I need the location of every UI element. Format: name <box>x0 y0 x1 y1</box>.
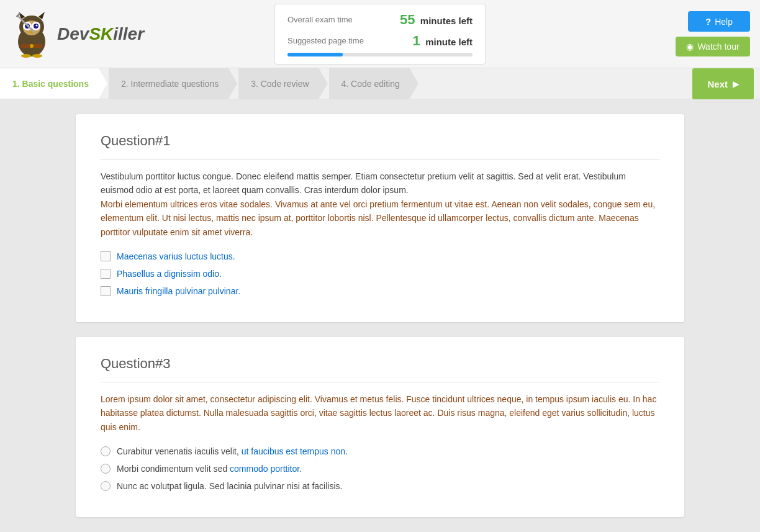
q1-option-3-label: Mauris fringilla pulvinar pulvinar. <box>117 286 240 296</box>
tab-code-editing[interactable]: 4. Code editing <box>329 68 418 99</box>
next-button[interactable]: Next ▶ <box>692 68 754 99</box>
page-value: 1 minute left <box>413 33 473 49</box>
svg-point-13 <box>30 44 34 48</box>
q1-option-1-label: Maecenas varius luctus luctus. <box>117 251 235 261</box>
q1-option-1[interactable]: Maecenas varius luctus luctus. <box>101 251 659 261</box>
q1-option-2-label: Phasellus a dignissim odio. <box>117 269 222 279</box>
progress-fill <box>287 53 343 56</box>
svg-point-15 <box>32 54 42 58</box>
question-1-title: Question#1 <box>101 133 659 160</box>
svg-point-14 <box>21 54 31 58</box>
header-actions: ? Help ◉ Watch tour <box>676 11 750 56</box>
tab-basic-questions[interactable]: 1. Basic questions <box>0 68 107 99</box>
question-3-title: Question#3 <box>101 356 659 382</box>
tab-navigation: 1. Basic questions 2. Intermediate quest… <box>0 68 760 99</box>
q3-option-2[interactable]: Morbi condimentum velit sed commodo port… <box>101 464 659 474</box>
question-mark-icon: ? <box>705 16 711 27</box>
logo-area: DevSKiller <box>10 9 171 59</box>
question-3-text: Lorem ipsum dolor sit amet, consectetur … <box>101 392 659 434</box>
tab-code-review[interactable]: 3. Code review <box>238 68 327 99</box>
checkbox-icon[interactable] <box>101 251 111 261</box>
overall-value: 55 minutes left <box>400 12 473 28</box>
checkbox-icon[interactable] <box>101 286 111 296</box>
progress-bar <box>287 53 473 56</box>
q3-option-3-label: Nunc ac volutpat ligula. Sed lacinia pul… <box>117 481 342 491</box>
main-content: Question#1 Vestibulum porttitor luctus c… <box>0 99 760 532</box>
checkbox-icon[interactable] <box>101 269 111 279</box>
eye-icon: ◉ <box>686 42 694 52</box>
header: DevSKiller Overall exam time 55 minutes … <box>0 0 760 68</box>
question-card-1: Question#1 Vestibulum porttitor luctus c… <box>76 114 684 322</box>
watch-tour-button[interactable]: ◉ Watch tour <box>676 37 750 56</box>
owl-logo-icon <box>10 9 53 59</box>
arrow-right-icon: ▶ <box>733 79 739 89</box>
help-button[interactable]: ? Help <box>688 11 750 32</box>
q3-option-2-label: Morbi condimentum velit sed commodo port… <box>117 464 302 474</box>
radio-icon[interactable] <box>101 481 111 491</box>
tab-spacer <box>420 68 687 99</box>
question-1-text: Vestibulum porttitor luctus congue. Done… <box>101 169 659 239</box>
radio-icon[interactable] <box>101 464 111 474</box>
q3-option-1-label: Curabitur venenatis iaculis velit, ut fa… <box>117 446 348 456</box>
page-label: Suggested page time <box>287 36 364 45</box>
q1-option-2[interactable]: Phasellus a dignissim odio. <box>101 269 659 279</box>
overall-label: Overall exam time <box>287 15 353 24</box>
logo-text: DevSKiller <box>57 24 144 44</box>
timer-box: Overall exam time 55 minutes left Sugges… <box>274 4 486 65</box>
q3-option-3[interactable]: Nunc ac volutpat ligula. Sed lacinia pul… <box>101 481 659 491</box>
svg-point-10 <box>36 24 38 26</box>
q3-option-1[interactable]: Curabitur venenatis iaculis velit, ut fa… <box>101 446 659 456</box>
question-card-3: Question#3 Lorem ipsum dolor sit amet, c… <box>76 337 684 517</box>
radio-icon[interactable] <box>101 446 111 456</box>
tab-intermediate-questions[interactable]: 2. Intermediate questions <box>109 68 237 99</box>
q1-option-3[interactable]: Mauris fringilla pulvinar pulvinar. <box>101 286 659 296</box>
